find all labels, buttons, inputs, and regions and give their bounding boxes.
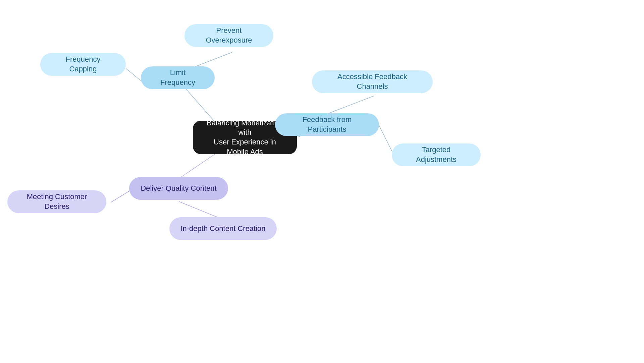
- targeted-adjustments-node: Targeted Adjustments: [392, 143, 481, 166]
- feedback-participants-node: Feedback from Participants: [275, 113, 379, 136]
- svg-line-8: [179, 201, 223, 220]
- indepth-content-creation-node: In-depth Content Creation: [169, 217, 277, 240]
- meeting-customer-desires-node: Meeting Customer Desires: [7, 190, 106, 213]
- svg-line-5: [379, 125, 394, 156]
- prevent-overexposure-node: Prevent Overexposure: [184, 24, 273, 47]
- deliver-quality-content-node: Deliver Quality Content: [129, 177, 228, 200]
- limit-frequency-node: Limit Frequency: [141, 66, 215, 89]
- frequency-capping-node: Frequency Capping: [40, 53, 126, 76]
- mind-map-diagram: Balancing Monetization withUser Experien…: [0, 0, 644, 363]
- svg-line-7: [111, 190, 131, 202]
- accessible-feedback-channels-node: Accessible Feedback Channels: [312, 70, 433, 93]
- svg-line-4: [327, 96, 374, 114]
